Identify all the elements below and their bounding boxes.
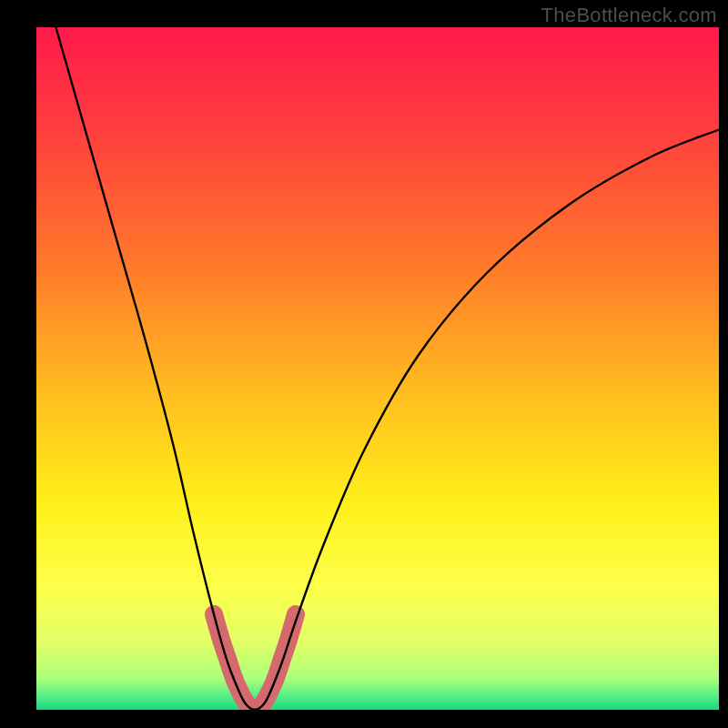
chart-frame: TheBottleneck.com	[0, 0, 728, 728]
bottleneck-chart	[0, 0, 728, 728]
watermark-text: TheBottleneck.com	[541, 4, 717, 27]
plot-background	[36, 27, 719, 710]
